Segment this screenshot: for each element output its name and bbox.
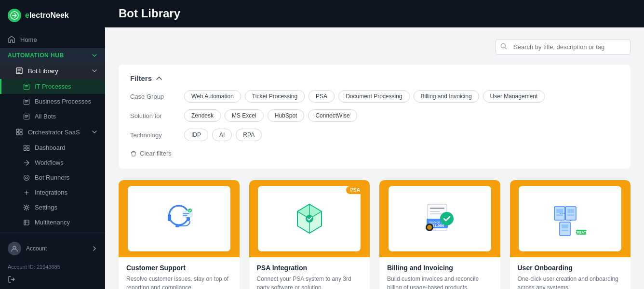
main-body: Filters Case Group Web Automation Ticket… [105,27,644,289]
filter-tag-ai[interactable]: AI [212,129,232,141]
svg-point-25 [188,209,192,212]
card-body-onboarding: User Onboarding One-click user creation … [510,257,631,289]
sidebar-item-bot-runners[interactable]: Bot Runners [0,170,105,185]
technology-tags: IDP AI RPA [184,129,262,141]
filter-tag-connectwise[interactable]: ConnectWise [308,109,357,122]
card-user-onboarding[interactable]: CREATE User Onboarding One-click user cr… [510,180,631,289]
search-container [119,39,631,55]
svg-marker-24 [181,217,185,219]
card-title-customer-support: Customer Support [126,264,232,272]
book-icon-bp [23,98,30,105]
svg-rect-6 [20,129,22,131]
sidebar-section-automation-hub[interactable]: AUTOMATION HUB [0,48,105,63]
sidebar-item-settings[interactable]: Settings [0,200,105,215]
sidebar-item-workflows[interactable]: Workflows [0,155,105,170]
business-processes-label: Business Processes [35,98,91,105]
card-body-billing: Billing and Invoicing Build custom invoi… [379,257,500,289]
filter-row-case-group: Case Group Web Automation Ticket Process… [130,90,619,103]
clear-filters-button[interactable]: Clear filters [130,148,619,159]
filter-tag-billing-invoicing[interactable]: Billing and Invoicing [414,90,479,103]
filter-tag-ticket-processing[interactable]: Ticket Processing [245,90,305,103]
logout-button[interactable] [8,276,97,283]
main-content: Bot Library Filters Case Group Web Autom… [105,0,644,289]
svg-point-40 [427,225,432,230]
workflows-icon [23,159,30,166]
page-title: Bot Library [119,7,631,20]
account-label: Account [26,245,87,252]
logo-icon [8,9,21,22]
filter-tag-document-processing[interactable]: Document Processing [338,90,409,103]
sidebar-item-home[interactable]: Home [0,31,105,48]
card-psa-integration[interactable]: PSA PSA Integration [249,180,370,289]
svg-point-30 [306,215,313,223]
card-illustration-billing: Invoice X1 $31,000 [389,186,491,251]
logout-icon [8,276,15,283]
bot-library-label: Bot Library [28,67,58,75]
filter-tag-idp[interactable]: IDP [184,129,208,141]
card-customer-support[interactable]: Customer Support Resolve customer issues… [119,180,240,289]
home-icon [8,36,15,43]
filter-tag-user-management[interactable]: User Management [483,90,545,103]
svg-rect-9 [24,145,27,147]
svg-point-38 [440,212,454,225]
sidebar-item-business-processes[interactable]: Business Processes [0,94,105,109]
solution-for-tags: Zendesk MS Excel HubSpot ConnectWise [184,109,357,122]
chevron-up-icon [156,75,162,82]
svg-rect-10 [27,145,29,147]
card-image-billing: Invoice X1 $31,000 [379,180,500,257]
sidebar-item-all-bots[interactable]: All Bots [0,109,105,124]
card-image-customer-support [119,180,240,257]
home-label: Home [20,36,37,43]
settings-label: Settings [35,204,57,211]
settings-icon [23,204,30,211]
svg-rect-44 [565,207,576,220]
sidebar-navigation: Home AUTOMATION HUB Bot Library IT Proce… [0,31,105,233]
grid-icon [15,128,23,136]
sidebar-item-integrations[interactable]: Integrations [0,185,105,200]
sidebar-item-orchestrator-saas[interactable]: Orchestrator SaaS [0,124,105,140]
svg-rect-42 [556,209,563,213]
sidebar: electroNeek Home AUTOMATION HUB Bot Libr… [0,0,105,289]
filter-tag-ms-excel[interactable]: MS Excel [225,109,264,122]
svg-rect-34 [430,213,442,214]
card-title-onboarding: User Onboarding [518,264,623,272]
account-id: Account ID: 21943685 [8,262,97,272]
sidebar-item-it-processes[interactable]: IT Processes [0,79,105,94]
dashboard-label: Dashboard [35,144,66,151]
sidebar-item-dashboard[interactable]: Dashboard [0,140,105,155]
clear-filters-label: Clear filters [140,150,172,157]
sidebar-item-multitenancy[interactable]: Multitenancy [0,215,105,230]
chevron-down-icon [92,53,97,58]
svg-point-14 [26,177,27,179]
chevron-right-icon [92,246,97,251]
case-group-tags: Web Automation Ticket Processing PSA Doc… [184,90,545,103]
sidebar-item-bot-library[interactable]: Bot Library [0,63,105,79]
card-desc-customer-support: Resolve customer issues, stay on top of … [126,275,232,289]
chevron-down-icon-orch [92,129,97,135]
bot-runners-icon [23,174,30,181]
svg-point-13 [24,175,29,180]
book-icon-all [23,113,30,120]
card-desc-onboarding: One-click user creation and onboarding a… [518,275,623,289]
sidebar-footer: Account Account ID: 21943685 [0,233,105,289]
card-image-onboarding: CREATE [510,180,631,257]
search-input-wrap [496,39,631,55]
filter-tag-zendesk[interactable]: Zendesk [184,109,221,122]
filter-tag-rpa[interactable]: RPA [236,129,262,141]
book-icon-small [23,83,30,90]
search-input[interactable] [496,39,631,55]
search-icon [500,43,507,52]
all-bots-label: All Bots [35,113,56,120]
filter-tag-psa[interactable]: PSA [309,90,335,103]
filter-tag-web-automation[interactable]: Web Automation [184,90,241,103]
svg-point-15 [26,206,28,209]
sidebar-item-account[interactable]: Account [8,239,97,258]
logo[interactable]: electroNeek [0,0,105,31]
integrations-icon [23,189,30,196]
card-billing-invoicing[interactable]: Invoice X1 $31,000 Billing and Invoicing… [379,180,500,289]
filter-row-technology: Technology IDP AI RPA [130,129,619,141]
filter-tag-hubspot[interactable]: HubSpot [268,109,305,122]
svg-rect-7 [16,132,19,135]
multitenancy-icon [23,219,30,226]
filters-header: Filters [130,74,619,82]
